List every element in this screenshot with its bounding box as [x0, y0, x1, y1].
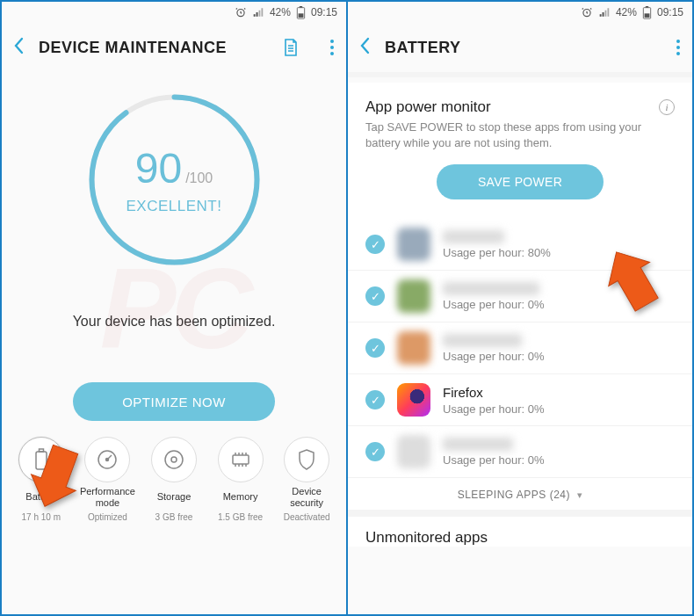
app-header: DEVICE MAINTENANCE [2, 23, 346, 72]
signal-icon [598, 6, 611, 18]
battery-pct: 42% [616, 6, 637, 18]
battery-screen: 42% 09:15 BATTERY App power monitor i Ta… [348, 2, 692, 614]
status-bar: 42% 09:15 [2, 2, 346, 23]
app-name [443, 230, 504, 243]
alarm-icon [235, 6, 247, 18]
svg-point-4 [330, 40, 334, 43]
app-list: ✓ Usage per hour: 80% ✓ Usage per hour: … [348, 219, 692, 477]
save-power-button[interactable]: SAVE POWER [437, 164, 604, 199]
clock-time: 09:15 [311, 6, 337, 18]
svg-point-5 [330, 46, 334, 49]
app-name: Firefox [443, 385, 675, 400]
optimize-now-button[interactable]: OPTIMIZE NOW [73, 382, 275, 421]
checkbox-icon[interactable]: ✓ [365, 286, 385, 306]
page-title: DEVICE MAINTENANCE [39, 39, 269, 57]
app-icon [397, 331, 430, 365]
app-name [443, 334, 522, 347]
app-header: BATTERY [348, 23, 692, 72]
checkbox-icon[interactable]: ✓ [365, 235, 385, 254]
score-widget: 90 /100 EXCELLENT! [2, 90, 346, 270]
svg-rect-3 [299, 13, 304, 18]
svg-point-13 [165, 451, 183, 468]
category-memory[interactable]: Memory 1.5 GB free [208, 437, 273, 522]
category-row: Battery 17 h 10 m Performance mode Optim… [2, 421, 346, 522]
app-usage: Usage per hour: 0% [443, 453, 675, 467]
app-icon [397, 279, 430, 313]
checkbox-icon[interactable]: ✓ [365, 338, 385, 358]
firefox-icon [397, 383, 430, 417]
unmonitored-section-title: Unmonitored apps [348, 510, 692, 547]
app-row[interactable]: ✓ Usage per hour: 0% [348, 271, 692, 322]
battery-pct: 42% [270, 6, 291, 18]
svg-rect-15 [233, 455, 249, 464]
device-maintenance-screen: PC 42% 09:15 DEVICE MAINTENANCE [2, 2, 348, 614]
app-row[interactable]: ✓ Usage per hour: 80% [348, 219, 692, 271]
back-icon[interactable] [14, 37, 25, 58]
svg-point-20 [676, 40, 680, 43]
app-usage: Usage per hour: 0% [443, 298, 675, 311]
checkbox-icon[interactable]: ✓ [365, 390, 385, 409]
svg-rect-9 [36, 452, 47, 469]
app-usage: Usage per hour: 80% [443, 246, 675, 259]
svg-point-6 [330, 52, 334, 55]
section-title: App power monitor [365, 98, 491, 116]
svg-point-22 [676, 52, 680, 55]
app-row[interactable]: ✓ Usage per hour: 0% [348, 322, 692, 374]
score-max: /100 [185, 170, 213, 186]
document-icon[interactable] [283, 38, 299, 57]
chevron-down-icon: ▾ [577, 489, 583, 500]
alarm-icon [581, 6, 593, 18]
power-monitor-section: App power monitor i Tap SAVE POWER to st… [348, 83, 692, 219]
app-usage: Usage per hour: 0% [443, 350, 675, 363]
more-icon[interactable] [676, 40, 680, 55]
status-bar: 42% 09:15 [348, 2, 692, 23]
app-name [443, 282, 539, 295]
svg-rect-2 [300, 6, 302, 8]
score-value: 90 [135, 144, 182, 192]
back-icon[interactable] [360, 37, 371, 58]
clock-time: 09:15 [657, 6, 683, 18]
app-icon [397, 435, 430, 468]
category-performance[interactable]: Performance mode Optimized [76, 437, 141, 522]
app-name [443, 438, 513, 451]
app-row[interactable]: ✓ Usage per hour: 0% [348, 426, 692, 477]
battery-icon [642, 6, 652, 19]
info-icon[interactable]: i [659, 99, 675, 115]
more-icon[interactable] [330, 40, 334, 55]
score-label: EXCELLENT! [127, 198, 222, 215]
signal-icon [252, 6, 264, 18]
svg-point-21 [676, 46, 680, 49]
battery-icon [296, 6, 306, 19]
checkbox-icon[interactable]: ✓ [365, 442, 385, 461]
app-usage: Usage per hour: 0% [443, 402, 675, 416]
svg-rect-18 [646, 6, 648, 8]
section-description: Tap SAVE POWER to stop these apps from u… [365, 120, 675, 150]
svg-point-14 [171, 457, 177, 462]
category-storage[interactable]: Storage 3 GB free [141, 437, 206, 522]
optimized-message: Your device has been optimized. [2, 314, 346, 330]
page-title: BATTERY [385, 39, 662, 57]
sleeping-apps-toggle[interactable]: SLEEPING APPS (24) ▾ [348, 477, 692, 510]
category-security[interactable]: Device security Deactivated [274, 437, 339, 522]
svg-rect-10 [39, 449, 43, 452]
svg-rect-19 [645, 13, 650, 18]
app-row-firefox[interactable]: ✓ Firefox Usage per hour: 0% [348, 374, 692, 426]
app-icon [397, 228, 430, 261]
category-battery[interactable]: Battery 17 h 10 m [9, 437, 74, 522]
svg-point-12 [106, 459, 109, 461]
